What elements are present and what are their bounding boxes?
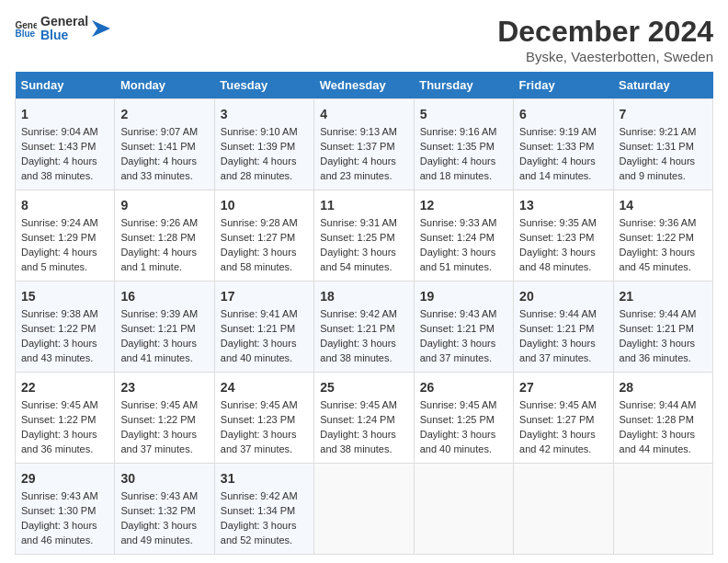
calendar-cell: 8Sunrise: 9:24 AMSunset: 1:29 PMDaylight… (16, 190, 115, 282)
calendar-cell: 10Sunrise: 9:28 AMSunset: 1:27 PMDayligh… (214, 190, 313, 282)
day-number: 23 (120, 378, 208, 396)
sunrise-text: Sunrise: 9:21 AM (620, 126, 697, 137)
daylight-text: Daylight: 4 hours and 33 minutes. (120, 155, 197, 181)
week-row-5: 29Sunrise: 9:43 AMSunset: 1:30 PMDayligh… (16, 464, 713, 555)
calendar-cell: 23Sunrise: 9:45 AMSunset: 1:22 PMDayligh… (115, 373, 214, 464)
sunset-text: Sunset: 1:28 PM (620, 414, 694, 425)
day-number: 24 (221, 378, 308, 396)
day-number: 6 (519, 105, 607, 123)
sunset-text: Sunset: 1:21 PM (420, 323, 495, 334)
daylight-text: Daylight: 3 hours and 49 minutes. (120, 520, 197, 546)
sunset-text: Sunset: 1:43 PM (21, 141, 96, 152)
daylight-text: Daylight: 3 hours and 58 minutes. (221, 247, 297, 272)
sunrise-text: Sunrise: 9:24 AM (21, 217, 98, 228)
daylight-text: Daylight: 3 hours and 38 minutes. (320, 429, 396, 454)
daylight-text: Daylight: 3 hours and 44 minutes. (620, 429, 696, 454)
sunset-text: Sunset: 1:21 PM (320, 323, 394, 334)
title-area: December 2024 Byske, Vaesterbotten, Swed… (497, 15, 713, 64)
sunset-text: Sunset: 1:25 PM (420, 414, 495, 425)
sunrise-text: Sunrise: 9:42 AM (221, 490, 298, 501)
sunset-text: Sunset: 1:22 PM (620, 232, 694, 243)
sunrise-text: Sunrise: 9:04 AM (21, 126, 98, 137)
daylight-text: Daylight: 3 hours and 36 minutes. (620, 338, 696, 363)
sunset-text: Sunset: 1:22 PM (120, 414, 195, 425)
calendar-cell: 21Sunrise: 9:44 AMSunset: 1:21 PMDayligh… (613, 282, 712, 373)
day-number: 22 (21, 378, 108, 396)
calendar-cell (514, 464, 613, 555)
sunrise-text: Sunrise: 9:10 AM (221, 126, 298, 137)
sunset-text: Sunset: 1:23 PM (519, 232, 594, 243)
sunrise-text: Sunrise: 9:45 AM (420, 399, 497, 410)
logo-general: General (40, 15, 88, 29)
daylight-text: Daylight: 3 hours and 42 minutes. (519, 429, 596, 454)
calendar-cell: 12Sunrise: 9:33 AMSunset: 1:24 PMDayligh… (414, 190, 513, 282)
daylight-text: Daylight: 4 hours and 18 minutes. (420, 155, 496, 181)
calendar-cell: 16Sunrise: 9:39 AMSunset: 1:21 PMDayligh… (115, 282, 214, 373)
calendar-cell (613, 464, 712, 555)
sunrise-text: Sunrise: 9:42 AM (320, 308, 397, 319)
daylight-text: Daylight: 4 hours and 9 minutes. (620, 155, 696, 181)
day-number: 18 (320, 287, 407, 305)
calendar-cell: 25Sunrise: 9:45 AMSunset: 1:24 PMDayligh… (314, 373, 414, 464)
day-number: 13 (519, 196, 607, 214)
daylight-text: Daylight: 3 hours and 52 minutes. (221, 520, 297, 546)
daylight-text: Daylight: 3 hours and 48 minutes. (519, 247, 596, 272)
logo: General Blue General Blue (15, 15, 110, 43)
sunrise-text: Sunrise: 9:19 AM (519, 126, 597, 137)
daylight-text: Daylight: 3 hours and 45 minutes. (620, 247, 696, 272)
sunrise-text: Sunrise: 9:45 AM (221, 399, 298, 410)
header-friday: Friday (514, 72, 613, 99)
sunset-text: Sunset: 1:41 PM (120, 141, 195, 152)
header-monday: Monday (115, 72, 214, 99)
calendar-cell: 13Sunrise: 9:35 AMSunset: 1:23 PMDayligh… (514, 190, 613, 282)
sunset-text: Sunset: 1:29 PM (21, 232, 96, 243)
daylight-text: Daylight: 3 hours and 37 minutes. (420, 338, 496, 363)
calendar-cell: 11Sunrise: 9:31 AMSunset: 1:25 PMDayligh… (314, 190, 414, 282)
week-row-4: 22Sunrise: 9:45 AMSunset: 1:22 PMDayligh… (16, 373, 713, 464)
calendar-cell: 4Sunrise: 9:13 AMSunset: 1:37 PMDaylight… (314, 99, 414, 190)
calendar-table: SundayMondayTuesdayWednesdayThursdayFrid… (15, 72, 713, 555)
sunrise-text: Sunrise: 9:41 AM (221, 308, 298, 319)
sunrise-text: Sunrise: 9:38 AM (21, 308, 98, 319)
calendar-cell: 7Sunrise: 9:21 AMSunset: 1:31 PMDaylight… (613, 99, 712, 190)
daylight-text: Daylight: 3 hours and 54 minutes. (320, 247, 396, 272)
sunset-text: Sunset: 1:31 PM (620, 141, 694, 152)
page-subtitle: Byske, Vaesterbotten, Sweden (497, 49, 713, 64)
week-row-3: 15Sunrise: 9:38 AMSunset: 1:22 PMDayligh… (16, 282, 713, 373)
daylight-text: Daylight: 3 hours and 37 minutes. (120, 429, 197, 454)
header-thursday: Thursday (414, 72, 513, 99)
sunset-text: Sunset: 1:24 PM (320, 414, 394, 425)
sunset-text: Sunset: 1:39 PM (221, 141, 295, 152)
sunrise-text: Sunrise: 9:33 AM (420, 217, 497, 228)
sunset-text: Sunset: 1:27 PM (221, 232, 295, 243)
daylight-text: Daylight: 3 hours and 37 minutes. (519, 338, 596, 363)
sunset-text: Sunset: 1:24 PM (420, 232, 495, 243)
day-number: 4 (320, 105, 407, 123)
sunset-text: Sunset: 1:21 PM (620, 323, 694, 334)
calendar-cell: 24Sunrise: 9:45 AMSunset: 1:23 PMDayligh… (214, 373, 313, 464)
sunset-text: Sunset: 1:27 PM (519, 414, 594, 425)
daylight-text: Daylight: 3 hours and 40 minutes. (420, 429, 496, 454)
sunset-text: Sunset: 1:35 PM (420, 141, 495, 152)
daylight-text: Daylight: 3 hours and 36 minutes. (21, 429, 97, 454)
sunset-text: Sunset: 1:30 PM (21, 505, 96, 516)
calendar-cell: 18Sunrise: 9:42 AMSunset: 1:21 PMDayligh… (314, 282, 414, 373)
day-number: 29 (21, 469, 108, 488)
sunrise-text: Sunrise: 9:43 AM (120, 490, 198, 501)
daylight-text: Daylight: 4 hours and 1 minute. (120, 247, 197, 272)
daylight-text: Daylight: 3 hours and 41 minutes. (120, 338, 197, 363)
daylight-text: Daylight: 4 hours and 5 minutes. (21, 247, 97, 272)
calendar-cell: 3Sunrise: 9:10 AMSunset: 1:39 PMDaylight… (214, 99, 313, 190)
sunrise-text: Sunrise: 9:45 AM (320, 399, 397, 410)
daylight-text: Daylight: 3 hours and 37 minutes. (221, 429, 297, 454)
sunrise-text: Sunrise: 9:39 AM (120, 308, 198, 319)
daylight-text: Daylight: 4 hours and 28 minutes. (221, 155, 297, 181)
sunrise-text: Sunrise: 9:43 AM (420, 308, 497, 319)
day-number: 28 (620, 378, 707, 396)
sunrise-text: Sunrise: 9:36 AM (620, 217, 697, 228)
day-number: 1 (21, 105, 108, 123)
calendar-cell: 9Sunrise: 9:26 AMSunset: 1:28 PMDaylight… (115, 190, 214, 282)
day-number: 25 (320, 378, 407, 396)
logo-arrow-icon (92, 20, 110, 37)
day-number: 10 (221, 196, 308, 214)
